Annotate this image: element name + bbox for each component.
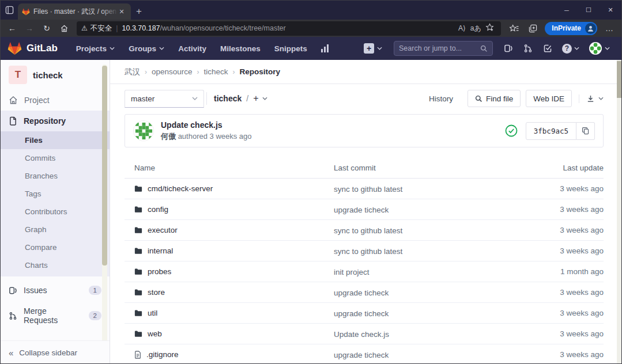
help-menu[interactable]: ? <box>557 44 584 54</box>
commit-message-link[interactable]: upgrade ticheck <box>334 309 389 318</box>
history-link[interactable]: History <box>429 94 453 103</box>
issues-nav-icon[interactable] <box>499 40 518 57</box>
collapse-sidebar-button[interactable]: « Collapse sidebar <box>1 340 110 364</box>
tab-actions-icon[interactable] <box>1 1 18 20</box>
home-button[interactable] <box>56 21 72 36</box>
minimize-button[interactable]: ─ <box>556 1 578 20</box>
new-menu-button[interactable]: + <box>358 43 388 54</box>
new-tab-button[interactable]: + <box>131 3 147 20</box>
page-scrollbar-thumb[interactable] <box>617 61 621 98</box>
menu-milestones[interactable]: Milestones <box>214 41 266 56</box>
user-menu[interactable] <box>584 41 615 55</box>
commit-message-link[interactable]: sync to github latest <box>334 185 402 194</box>
tab-title-fade <box>102 3 118 20</box>
read-aloud-icon[interactable]: A⟩ <box>455 24 469 32</box>
sidebar-item-commits[interactable]: Commits <box>1 149 110 167</box>
sidebar-item-tags[interactable]: Tags <box>1 185 110 203</box>
commit-sha[interactable]: 3fbc9ac5 <box>526 122 576 140</box>
todos-nav-icon[interactable] <box>538 40 557 57</box>
instance-statistics-icon[interactable] <box>315 44 334 52</box>
menu-activity[interactable]: Activity <box>172 41 212 56</box>
table-row[interactable]: executor sync to github latest 3 weeks a… <box>125 220 604 241</box>
browser-menu-icon[interactable]: … <box>601 21 618 36</box>
add-favorite-icon[interactable] <box>482 23 496 33</box>
sidebar-item-contributors[interactable]: Contributors <box>1 203 110 221</box>
profile-avatar <box>585 23 596 34</box>
maximize-button[interactable]: ☐ <box>578 1 600 20</box>
breadcrumb-group[interactable]: 武汉 <box>125 67 140 77</box>
table-row[interactable]: cmd/ticheck-server sync to github latest… <box>125 179 604 199</box>
forward-button[interactable]: → <box>21 21 37 36</box>
copy-sha-button[interactable] <box>576 122 595 140</box>
add-file-dropdown[interactable]: + <box>253 93 267 104</box>
refresh-button[interactable]: ↻ <box>39 21 55 36</box>
commit-message-link[interactable]: sync to github latest <box>334 247 402 256</box>
file-name-link[interactable]: store <box>148 288 165 297</box>
sidebar-item-repository[interactable]: Repository <box>1 111 110 131</box>
collections-icon[interactable] <box>524 21 541 36</box>
header-last-update: Last update <box>506 164 604 172</box>
last-update-time: 3 weeks ago <box>506 247 604 255</box>
table-row[interactable]: probes init project 1 month ago <box>125 261 604 282</box>
sidebar-item-merge-requests[interactable]: Merge Requests 2 <box>1 301 110 331</box>
sidebar-item-compare[interactable]: Compare <box>1 238 110 256</box>
sidebar-item-charts[interactable]: Charts <box>1 256 110 274</box>
commit-author[interactable]: 何傲 <box>161 132 176 141</box>
file-name-link[interactable]: cmd/ticheck-server <box>148 184 213 193</box>
translate-icon[interactable]: aあ <box>469 24 482 33</box>
sidebar-scrollbar-thumb[interactable] <box>102 66 107 266</box>
menu-projects[interactable]: Projects <box>70 41 120 56</box>
file-name-link[interactable]: internal <box>148 247 173 255</box>
close-button[interactable]: ✕ <box>600 1 621 20</box>
sidebar-item-issues[interactable]: Issues 1 <box>1 280 110 301</box>
commit-message-link[interactable]: upgrade ticheck <box>334 289 389 297</box>
table-row[interactable]: internal sync to github latest 3 weeks a… <box>125 241 604 261</box>
tab-close-icon[interactable]: ✕ <box>116 6 127 17</box>
sidebar-item-files[interactable]: Files <box>1 131 110 149</box>
commit-message-link[interactable]: Update check.js <box>334 330 389 339</box>
favorites-icon[interactable] <box>506 21 523 36</box>
web-ide-button[interactable]: Web IDE <box>526 90 572 107</box>
table-row[interactable]: config upgrade ticheck 3 weeks ago <box>125 199 604 220</box>
sidebar-item-branches[interactable]: Branches <box>1 167 110 185</box>
commit-message-link[interactable]: upgrade ticheck <box>334 351 389 359</box>
breadcrumb-project[interactable]: ticheck <box>204 67 228 76</box>
browser-tab[interactable]: Files · master · 武汉 / opensourc ✕ <box>18 3 131 20</box>
file-name-link[interactable]: executor <box>148 226 178 234</box>
branch-selector[interactable]: master <box>125 90 204 108</box>
page-scrollbar[interactable] <box>617 60 621 363</box>
repo-root-link[interactable]: ticheck <box>214 94 242 103</box>
sidebar-item-graph[interactable]: Graph <box>1 221 110 238</box>
commit-message-link[interactable]: init project <box>334 268 370 276</box>
commit-message-link[interactable]: sync to github latest <box>334 226 402 235</box>
file-name-link[interactable]: config <box>148 205 168 214</box>
file-name-link[interactable]: .gitignore <box>146 350 179 359</box>
search-input[interactable] <box>399 44 480 52</box>
table-row[interactable]: web Update check.js 3 weeks ago <box>125 324 604 344</box>
table-row[interactable]: util upgrade ticheck 3 weeks ago <box>125 303 604 324</box>
pipeline-status-icon[interactable] <box>505 124 518 137</box>
breadcrumb-subgroup[interactable]: opensource <box>152 67 193 76</box>
table-row[interactable]: .gitignore upgrade ticheck 3 weeks ago <box>125 344 604 364</box>
commit-message-link[interactable]: upgrade ticheck <box>334 206 389 214</box>
table-row[interactable]: store upgrade ticheck 3 weeks ago <box>125 282 604 303</box>
address-bar[interactable]: ⚠ 不安全 | 10.3.70.187/wuhan/opensource/tic… <box>77 21 501 36</box>
find-file-button[interactable]: Find file <box>468 90 521 107</box>
gitlab-logo-icon[interactable] <box>7 41 22 55</box>
back-button[interactable]: ← <box>4 21 20 36</box>
sidebar-item-project[interactable]: Project <box>1 90 110 111</box>
file-name-link[interactable]: web <box>148 329 162 338</box>
merge-requests-nav-icon[interactable] <box>518 40 538 57</box>
folder-icon <box>134 206 142 213</box>
commit-author-avatar[interactable] <box>133 120 154 141</box>
commit-title-link[interactable]: Update check.js <box>161 120 505 130</box>
gitlab-brand[interactable]: GitLab <box>27 43 58 54</box>
sidebar-project-header[interactable]: T ticheck <box>1 60 110 90</box>
menu-groups[interactable]: Groups <box>123 41 170 56</box>
file-name-link[interactable]: util <box>148 309 157 317</box>
global-search[interactable] <box>394 41 493 56</box>
menu-snippets[interactable]: Snippets <box>269 41 313 56</box>
download-source-dropdown[interactable] <box>579 94 604 103</box>
file-name-link[interactable]: probes <box>148 267 171 276</box>
inprivate-badge[interactable]: InPrivate <box>545 22 597 35</box>
